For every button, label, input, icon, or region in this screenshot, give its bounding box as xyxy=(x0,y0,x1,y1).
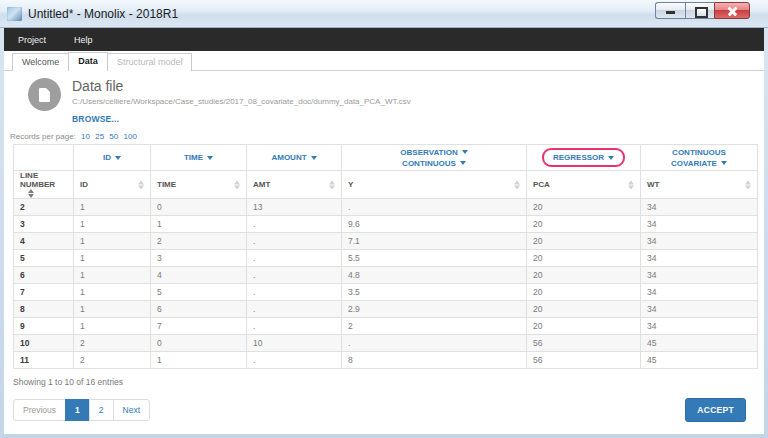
tab-welcome[interactable]: Welcome xyxy=(12,53,69,71)
line-number-cell: 4 xyxy=(14,233,74,250)
data-cell: 34 xyxy=(641,301,758,318)
data-cell: 1 xyxy=(151,216,247,233)
pagination-page-1[interactable]: 1 xyxy=(65,399,90,421)
data-cell: 34 xyxy=(641,233,758,250)
data-cell: 5.5 xyxy=(342,250,527,267)
type-dropdown-id[interactable]: ID xyxy=(74,145,151,171)
data-cell: 1 xyxy=(74,284,151,301)
showing-entries-text: Showing 1 to 10 of 16 entries xyxy=(13,377,764,387)
data-cell: 20 xyxy=(527,318,641,335)
minimize-button-icon[interactable] xyxy=(655,2,685,19)
sort-icon[interactable] xyxy=(329,180,335,189)
column-type-header-row: ID TIME AMOUNT OBSERVATION CONTINUOUS xyxy=(14,145,758,171)
data-cell: 20 xyxy=(527,267,641,284)
line-number-cell: 3 xyxy=(14,216,74,233)
line-number-cell: 8 xyxy=(14,301,74,318)
menu-help[interactable]: Help xyxy=(60,35,107,45)
data-cell: 1 xyxy=(74,250,151,267)
data-cell: 1 xyxy=(74,318,151,335)
sort-icon[interactable] xyxy=(514,180,520,189)
table-row: 614.4.82034 xyxy=(14,267,758,284)
line-number-cell: 6 xyxy=(14,267,74,284)
data-cell: 20 xyxy=(527,284,641,301)
data-cell: 45 xyxy=(641,335,758,352)
data-cell: 4.8 xyxy=(342,267,527,284)
menu-project[interactable]: Project xyxy=(4,35,60,45)
table-row: 816.2.92034 xyxy=(14,301,758,318)
data-cell: . xyxy=(342,199,527,216)
data-cell: 20 xyxy=(527,233,641,250)
header-y[interactable]: Y xyxy=(342,171,527,199)
type-dropdown-regressor[interactable]: REGRESSOR xyxy=(527,145,641,171)
close-button-icon[interactable] xyxy=(714,2,750,19)
data-cell: 0 xyxy=(151,335,247,352)
data-cell: . xyxy=(247,284,342,301)
maximize-button-icon[interactable] xyxy=(685,2,714,19)
table-row: 21013.2034 xyxy=(14,199,758,216)
table-body: 21013.2034311.9.62034412.7.12034513.5.52… xyxy=(14,199,758,369)
line-number-cell: 11 xyxy=(14,352,74,369)
header-id[interactable]: ID xyxy=(74,171,151,199)
sort-icon[interactable] xyxy=(628,180,634,189)
data-cell: 7.1 xyxy=(342,233,527,250)
chevron-down-icon xyxy=(721,161,727,165)
accept-button[interactable]: ACCEPT xyxy=(685,398,746,422)
menu-bar: Project Help xyxy=(4,28,764,51)
data-cell: . xyxy=(247,267,342,284)
sort-icon[interactable] xyxy=(234,180,240,189)
window-frame: Project Help Welcome Data Structural mod… xyxy=(0,28,768,438)
title-bar[interactable]: Untitled* - Monolix - 2018R1 xyxy=(0,0,768,28)
data-cell: 34 xyxy=(641,199,758,216)
sort-icon[interactable] xyxy=(138,180,144,189)
regressor-highlight-box: REGRESSOR xyxy=(542,148,625,167)
type-dropdown-time[interactable]: TIME xyxy=(151,145,247,171)
data-cell: 1 xyxy=(74,267,151,284)
line-number-cell: 2 xyxy=(14,199,74,216)
sort-icon[interactable] xyxy=(745,180,751,189)
table-row: 311.9.62034 xyxy=(14,216,758,233)
type-dropdown-continuous-covariate[interactable]: CONTINUOUS COVARIATE xyxy=(641,145,758,171)
header-time[interactable]: TIME xyxy=(151,171,247,199)
line-number-cell: 9 xyxy=(14,318,74,335)
tab-structural-model[interactable]: Structural model xyxy=(107,53,193,71)
data-cell: 1 xyxy=(74,301,151,318)
window-controls xyxy=(655,2,750,19)
window-title: Untitled* - Monolix - 2018R1 xyxy=(28,7,178,21)
browse-button[interactable]: BROWSE... xyxy=(72,114,119,124)
records-option-50[interactable]: 50 xyxy=(109,132,118,141)
file-page-icon xyxy=(39,88,50,102)
records-per-page-label: Records per page: xyxy=(10,132,76,141)
header-amt[interactable]: AMT xyxy=(247,171,342,199)
data-cell: 0 xyxy=(151,199,247,216)
data-file-title: Data file xyxy=(72,78,411,94)
header-pca[interactable]: PCA xyxy=(527,171,641,199)
pagination-page-2[interactable]: 2 xyxy=(89,399,114,421)
data-cell: . xyxy=(247,318,342,335)
records-option-10[interactable]: 10 xyxy=(81,132,90,141)
data-cell: 4 xyxy=(151,267,247,284)
data-cell: 1 xyxy=(74,199,151,216)
records-option-100[interactable]: 100 xyxy=(123,132,136,141)
records-option-25[interactable]: 25 xyxy=(95,132,104,141)
header-line-number[interactable]: LINE NUMBER xyxy=(14,171,74,199)
pagination-next[interactable]: Next xyxy=(113,399,150,421)
chevron-down-icon xyxy=(207,156,213,160)
tab-data[interactable]: Data xyxy=(68,52,108,71)
type-dropdown-amount[interactable]: AMOUNT xyxy=(247,145,342,171)
data-cell: 56 xyxy=(527,335,641,352)
data-cell: 5 xyxy=(151,284,247,301)
data-cell: . xyxy=(247,216,342,233)
data-cell: . xyxy=(342,335,527,352)
data-cell: 34 xyxy=(641,250,758,267)
table-row: 917.22034 xyxy=(14,318,758,335)
table-row: 715.3.52034 xyxy=(14,284,758,301)
data-cell: 13 xyxy=(247,199,342,216)
type-dropdown-observation[interactable]: OBSERVATION CONTINUOUS xyxy=(342,145,527,171)
pagination-previous[interactable]: Previous xyxy=(13,399,66,421)
line-number-cell: 10 xyxy=(14,335,74,352)
data-cell: 2 xyxy=(74,352,151,369)
header-wt[interactable]: WT xyxy=(641,171,758,199)
sort-icon[interactable] xyxy=(28,189,34,198)
table-row: 1121.85645 xyxy=(14,352,758,369)
tab-bar: Welcome Data Structural model xyxy=(4,51,764,71)
